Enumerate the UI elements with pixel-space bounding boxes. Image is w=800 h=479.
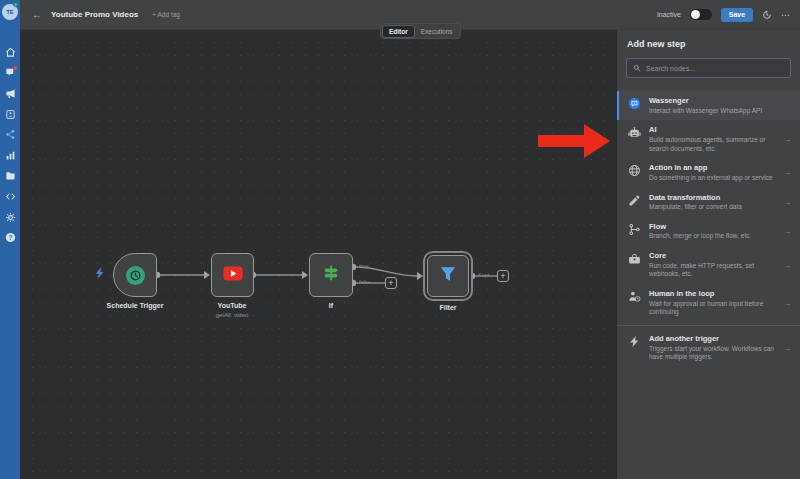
notification-dot [13, 66, 17, 70]
help-icon: ? [5, 232, 16, 243]
toggle-knob [691, 10, 700, 19]
history-icon[interactable] [762, 10, 772, 20]
activation-toggle[interactable] [690, 9, 712, 20]
search-input[interactable] [646, 65, 784, 72]
toolbox-icon [627, 251, 642, 265]
robot-icon [627, 125, 642, 139]
search-icon [633, 64, 641, 72]
main-sidebar: TE [0, 0, 20, 479]
list-item-wassenger[interactable]: Wassenger Interact with Wassenger WhatsA… [617, 91, 800, 120]
trigger-bolt-icon [95, 267, 104, 279]
item-description: Run code, make HTTP requests, set webhoo… [649, 262, 775, 280]
lightning-icon [627, 334, 642, 348]
activation-status-label: Inactive [657, 11, 681, 18]
megaphone-icon [5, 88, 16, 99]
youtube-icon [223, 266, 243, 285]
output-label-true: true [359, 263, 368, 269]
item-description: Manipulate, filter or convert data [649, 203, 775, 212]
svg-text:?: ? [8, 234, 12, 241]
person-clock-icon [627, 289, 642, 303]
chevron-right-icon: → [782, 299, 792, 308]
chevron-right-icon: → [782, 198, 792, 207]
view-tabs: Editor Executions [380, 23, 461, 39]
sidebar-item-announcements[interactable] [0, 83, 20, 104]
n8n-workflow-editor: TE [0, 0, 800, 479]
list-item-core[interactable]: Core Run code, make HTTP requests, set w… [617, 246, 800, 284]
chevron-right-icon: → [782, 135, 792, 144]
node-label-schedule-trigger: Schedule Trigger [107, 302, 164, 309]
item-description: Interact with Wassenger WhatsApp API [649, 107, 792, 116]
item-title: Flow [649, 222, 775, 231]
folder-icon [5, 170, 16, 181]
tab-editor[interactable]: Editor [382, 25, 415, 38]
node-label-youtube: YouTube [218, 302, 247, 309]
sidebar-item-home[interactable] [0, 42, 20, 63]
step-category-list: Wassenger Interact with Wassenger WhatsA… [617, 87, 800, 367]
globe-icon [627, 163, 642, 177]
chevron-right-icon: → [782, 227, 792, 236]
network-icon [5, 129, 16, 140]
list-item-add-another-trigger[interactable]: Add another trigger Triggers start your … [617, 329, 800, 367]
chevron-right-icon: → [782, 168, 792, 177]
node-filter[interactable] [427, 255, 469, 297]
branch-icon [627, 222, 642, 236]
item-title: Add another trigger [649, 334, 775, 343]
node-subtitle-youtube: getAll: video [216, 312, 249, 318]
item-title: Data transformation [649, 193, 775, 202]
output-label-kept: Kept [478, 272, 489, 278]
list-divider [617, 325, 800, 326]
item-title: Human in the loop [649, 289, 775, 298]
panel-title: Add new step [617, 30, 800, 58]
gear-icon [5, 212, 16, 223]
list-item-data-transformation[interactable]: Data transformation Manipulate, filter o… [617, 188, 800, 217]
pencil-icon [627, 193, 642, 207]
more-options-icon[interactable]: ⋯ [781, 10, 791, 20]
sidebar-item-workflows[interactable] [0, 124, 20, 145]
filter-funnel-icon [438, 264, 458, 288]
chevron-right-icon: → [782, 261, 792, 270]
list-item-action-in-app[interactable]: Action in an app Do something in an exte… [617, 158, 800, 187]
save-button[interactable]: Save [721, 8, 753, 22]
back-icon[interactable]: ← [32, 9, 42, 20]
sidebar-item-chat[interactable] [0, 63, 20, 84]
list-item-flow[interactable]: Flow Branch, merge or loop the flow, etc… [617, 217, 800, 246]
add-step-panel: Add new step Wassenger Interact with Was… [616, 30, 800, 479]
workflow-title[interactable]: Youtube Promo Videos [51, 10, 138, 19]
sidebar-item-settings[interactable] [0, 207, 20, 228]
sidebar-item-insights[interactable] [0, 145, 20, 166]
sidebar-item-help[interactable]: ? [0, 227, 20, 248]
online-status-dot [13, 2, 18, 7]
sidebar-item-code[interactable] [0, 186, 20, 207]
item-title: Wassenger [649, 96, 792, 105]
item-title: AI [649, 125, 775, 134]
output-label-false: false [359, 279, 371, 285]
node-search[interactable] [626, 58, 791, 78]
clock-icon [126, 266, 145, 285]
workflow-canvas[interactable]: Schedule Trigger YouTube getAll: video I… [20, 30, 616, 479]
item-description: Branch, merge or loop the flow, etc. [649, 232, 775, 241]
contact-card-icon [5, 109, 16, 120]
add-node-after-false-button[interactable]: + [385, 277, 397, 289]
node-label-filter: Filter [439, 304, 456, 311]
add-tag-button[interactable]: + Add tag [152, 11, 180, 18]
node-schedule-trigger[interactable] [113, 253, 157, 297]
chevron-right-icon: → [782, 344, 792, 353]
item-description: Build autonomous agents, summarize or se… [649, 136, 775, 154]
item-description: Do something in an external app or servi… [649, 174, 775, 183]
sidebar-item-contacts[interactable] [0, 104, 20, 125]
node-label-if: If [329, 302, 333, 309]
item-title: Core [649, 251, 775, 260]
add-node-after-filter-button[interactable]: + [497, 270, 509, 282]
sidebar-item-folders[interactable] [0, 166, 20, 187]
list-item-human-in-the-loop[interactable]: Human in the loop Wait for approval or h… [617, 284, 800, 322]
code-icon [5, 191, 16, 202]
bar-chart-icon [5, 150, 16, 161]
annotation-arrow [538, 124, 610, 158]
wassenger-logo-icon [627, 96, 642, 110]
node-if[interactable] [309, 253, 353, 297]
tab-executions[interactable]: Executions [415, 26, 459, 37]
node-youtube[interactable] [211, 253, 254, 297]
item-description: Wait for approval or human input before … [649, 300, 775, 318]
list-item-ai[interactable]: AI Build autonomous agents, summarize or… [617, 120, 800, 158]
home-icon [5, 47, 16, 58]
